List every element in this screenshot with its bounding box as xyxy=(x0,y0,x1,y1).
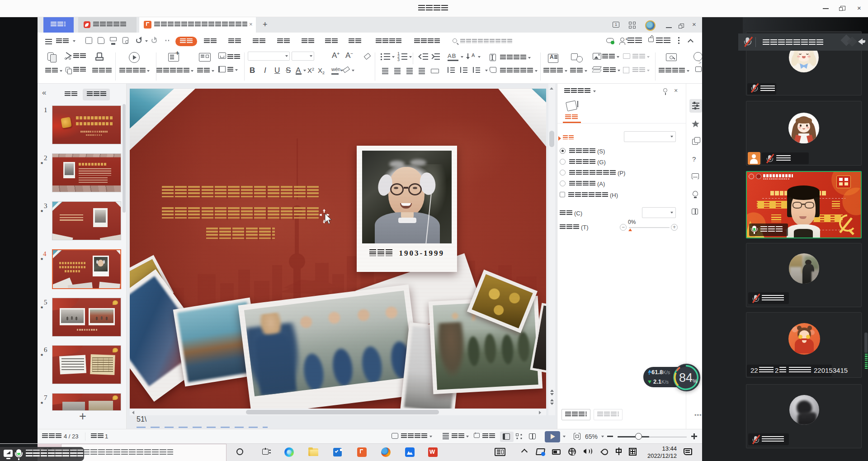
svg-text:%: % xyxy=(693,378,698,385)
svg-text:84: 84 xyxy=(679,371,693,385)
